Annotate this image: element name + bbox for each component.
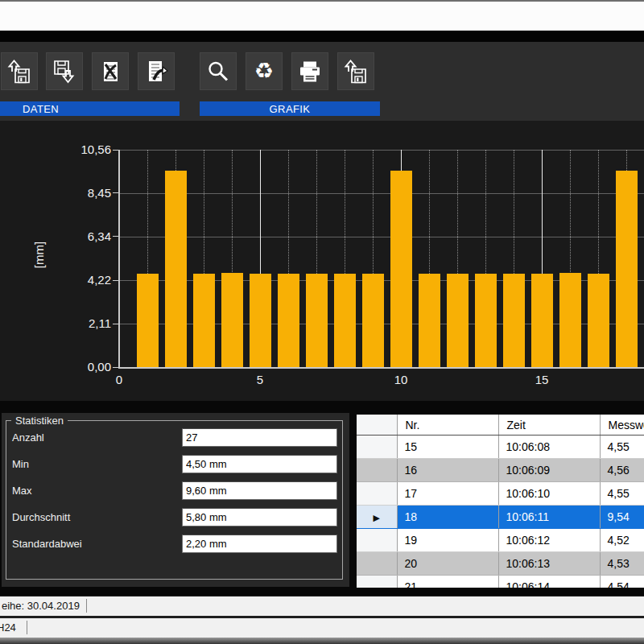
x-axis-line (118, 367, 644, 369)
cell-messwert[interactable]: 4,53 (600, 552, 644, 576)
y-tick-mark (113, 367, 119, 368)
table-row-16[interactable]: 1610:06:094,56 (357, 459, 644, 482)
stat-field-max[interactable] (182, 481, 337, 500)
zoom-button[interactable] (200, 52, 237, 90)
row-selector-cell[interactable] (357, 482, 397, 506)
row-selector-cell[interactable] (357, 459, 397, 482)
measurement-bar (221, 273, 243, 367)
y-tick-mark (113, 236, 119, 237)
cell-nr[interactable]: 21 (397, 576, 498, 588)
row-selector-cell[interactable] (357, 529, 397, 552)
save-graphic-button[interactable] (337, 52, 374, 90)
x-tick-label: 0 (101, 373, 137, 386)
cell-messwert[interactable]: 4,55 (600, 436, 644, 459)
toolbar-separator (0, 31, 644, 42)
save-data-button[interactable] (46, 52, 83, 90)
document-export-icon (143, 59, 169, 85)
statistics-panel: Statistiken AnzahlMinMaxDurchschnittStan… (2, 413, 349, 587)
measurement-bar (559, 273, 581, 367)
stat-label-durchschnitt: Durchschnitt (12, 511, 70, 523)
table-row-18[interactable]: ▶1810:06:119,54 (357, 506, 644, 529)
stat-label-anzahl: Anzahl (12, 431, 44, 444)
statistics-title: Statistiken (11, 415, 68, 427)
stat-field-durchschnitt[interactable] (182, 508, 337, 526)
measurement-bar (334, 274, 356, 367)
row-selector-cell[interactable] (357, 552, 397, 576)
cell-zeit[interactable]: 10:06:13 (498, 552, 600, 576)
series-date-text: eihe: 30.04.2019 (2, 600, 80, 612)
cell-nr[interactable]: 16 (397, 459, 498, 482)
row-selector-cell[interactable] (357, 576, 397, 588)
measurement-bar (306, 274, 328, 367)
document-x-icon (97, 59, 123, 85)
recycle-icon: ♻ (254, 60, 274, 82)
row-selector-cell[interactable]: ▶ (357, 506, 397, 529)
stat-row-durchschnitt: Durchschnitt (6, 508, 342, 526)
daten-group-label-text: DATEN (23, 103, 59, 115)
floppy-arrow-up-icon (6, 59, 32, 85)
table-row-15[interactable]: 1510:06:084,55 (357, 436, 644, 459)
cell-messwert[interactable]: 4,56 (600, 459, 644, 482)
column-header-messwert[interactable]: Messwe (600, 415, 644, 436)
stat-field-standardabweichung[interactable] (182, 535, 337, 553)
grafik-group-label: GRAFIK (200, 101, 380, 116)
measurement-bar (278, 274, 299, 367)
x-tick-label: 5 (242, 373, 278, 386)
measurement-bar (531, 274, 553, 367)
table-row-17[interactable]: 1710:06:104,55 (357, 482, 644, 506)
cell-messwert[interactable]: 4,54 (600, 576, 644, 588)
column-header-selector[interactable] (357, 415, 397, 436)
measurement-bar (250, 274, 271, 367)
measurement-bar (475, 274, 497, 367)
cell-zeit[interactable]: 10:06:12 (498, 529, 600, 552)
statistics-groupbox: Statistiken AnzahlMinMaxDurchschnittStan… (6, 420, 343, 580)
table-row-21[interactable]: 2110:06:144,54 (357, 576, 644, 588)
y-tick-mark (113, 150, 119, 151)
cell-messwert[interactable]: 4,52 (600, 529, 644, 552)
printer-icon (297, 59, 323, 85)
stat-field-anzahl[interactable] (182, 428, 337, 447)
measurement-bar (419, 274, 440, 367)
measurement-bar (588, 274, 609, 367)
cell-zeit[interactable]: 10:06:09 (498, 459, 600, 482)
cell-zeit[interactable]: 10:06:11 (498, 506, 600, 529)
export-data-button[interactable] (138, 52, 175, 90)
status-bar-series: eihe: 30.04.2019 (0, 596, 644, 616)
current-row-arrow-icon: ▶ (374, 513, 380, 522)
cell-zeit[interactable]: 10:06:10 (498, 482, 600, 506)
table-row-19[interactable]: 1910:06:124,52 (357, 529, 644, 552)
toolbar: ♻ DATEN GRAFIK (0, 42, 644, 121)
stat-label-min: Min (12, 458, 29, 470)
cell-nr[interactable]: 20 (397, 552, 498, 576)
delete-data-button[interactable] (92, 52, 129, 90)
row-selector-cell[interactable] (357, 436, 397, 459)
device-id-text: H24 (0, 621, 16, 634)
title-bar (0, 2, 644, 31)
load-data-button[interactable] (1, 52, 38, 90)
y-tick-mark (113, 280, 119, 281)
stat-label-standardabweichung: Standardabwei (12, 538, 82, 550)
measurement-bar (362, 274, 384, 367)
cell-nr[interactable]: 15 (397, 436, 498, 459)
grafik-group-label-text: GRAFIK (270, 103, 311, 115)
y-tick-label: 0,00 (42, 360, 111, 374)
y-tick-label: 8,45 (42, 186, 111, 200)
refresh-button[interactable]: ♻ (246, 52, 283, 90)
column-header-nr[interactable]: Nr. (397, 415, 498, 436)
measurement-table: Nr.ZeitMesswe1510:06:084,551610:06:094,5… (355, 413, 644, 588)
column-header-zeit[interactable]: Zeit (498, 415, 600, 436)
measurement-bar (390, 171, 412, 367)
cell-zeit[interactable]: 10:06:14 (498, 576, 600, 588)
y-tick-label: 4,22 (42, 273, 111, 287)
cell-messwert[interactable]: 4,55 (600, 482, 644, 506)
cell-nr[interactable]: 19 (397, 529, 498, 552)
print-button[interactable] (291, 52, 328, 90)
cell-nr[interactable]: 17 (397, 482, 498, 506)
cell-messwert[interactable]: 9,54 (600, 506, 644, 529)
magnifier-icon (205, 59, 231, 85)
stat-field-min[interactable] (182, 455, 337, 473)
measurement-bar-chart: [mm] 0,002,114,226,348,4510,56051015 (0, 121, 644, 401)
cell-zeit[interactable]: 10:06:08 (498, 436, 600, 459)
cell-nr[interactable]: 18 (397, 506, 498, 529)
table-row-20[interactable]: 2010:06:134,53 (357, 552, 644, 576)
